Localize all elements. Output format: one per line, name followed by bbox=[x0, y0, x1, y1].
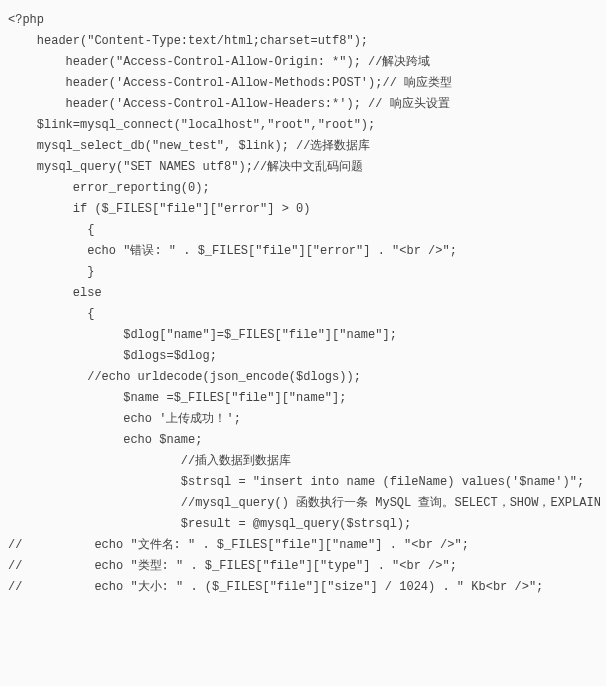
code-line: echo $name; bbox=[8, 433, 202, 447]
code-line: mysql_query("SET NAMES utf8");//解决中文乱码问题 bbox=[8, 160, 363, 174]
code-line: // echo "文件名: " . $_FILES["file"]["name"… bbox=[8, 538, 469, 552]
code-line: } bbox=[8, 265, 94, 279]
code-line: //插入数据到数据库 bbox=[8, 454, 291, 468]
code-line: header("Content-Type:text/html;charset=u… bbox=[8, 34, 368, 48]
code-line: error_reporting(0); bbox=[8, 181, 210, 195]
code-line: echo "错误: " . $_FILES["file"]["error"] .… bbox=[8, 244, 457, 258]
code-line: // echo "大小: " . ($_FILES["file"]["size"… bbox=[8, 580, 543, 594]
code-line: $name =$_FILES["file"]["name"]; bbox=[8, 391, 346, 405]
code-line: mysql_select_db("new_test", $link); //选择… bbox=[8, 139, 370, 153]
code-line: $dlogs=$dlog; bbox=[8, 349, 217, 363]
code-line: $strsql = "insert into name (fileName) v… bbox=[8, 475, 584, 489]
code-line: { bbox=[8, 223, 94, 237]
code-line: if ($_FILES["file"]["error"] > 0) bbox=[8, 202, 310, 216]
code-line: $result = @mysql_query($strsql); bbox=[8, 517, 411, 531]
code-line: $link=mysql_connect("localhost","root","… bbox=[8, 118, 375, 132]
code-line: header("Access-Control-Allow-Origin: *")… bbox=[8, 55, 430, 69]
code-line: <?php bbox=[8, 13, 44, 27]
code-line: { bbox=[8, 307, 94, 321]
code-line: else bbox=[8, 286, 102, 300]
php-code-block: <?php header("Content-Type:text/html;cha… bbox=[0, 0, 606, 608]
code-line: // echo "类型: " . $_FILES["file"]["type"]… bbox=[8, 559, 457, 573]
code-line: $dlog["name"]=$_FILES["file"]["name"]; bbox=[8, 328, 397, 342]
code-line: echo '上传成功！'; bbox=[8, 412, 241, 426]
code-line: //echo urldecode(json_encode($dlogs)); bbox=[8, 370, 361, 384]
code-line: //mysql_query() 函数执行一条 MySQL 查询。SELECT，S… bbox=[8, 496, 601, 510]
code-line: header('Access-Control-Allow-Methods:POS… bbox=[8, 76, 452, 90]
code-line: header('Access-Control-Allow-Headers:*')… bbox=[8, 97, 450, 111]
